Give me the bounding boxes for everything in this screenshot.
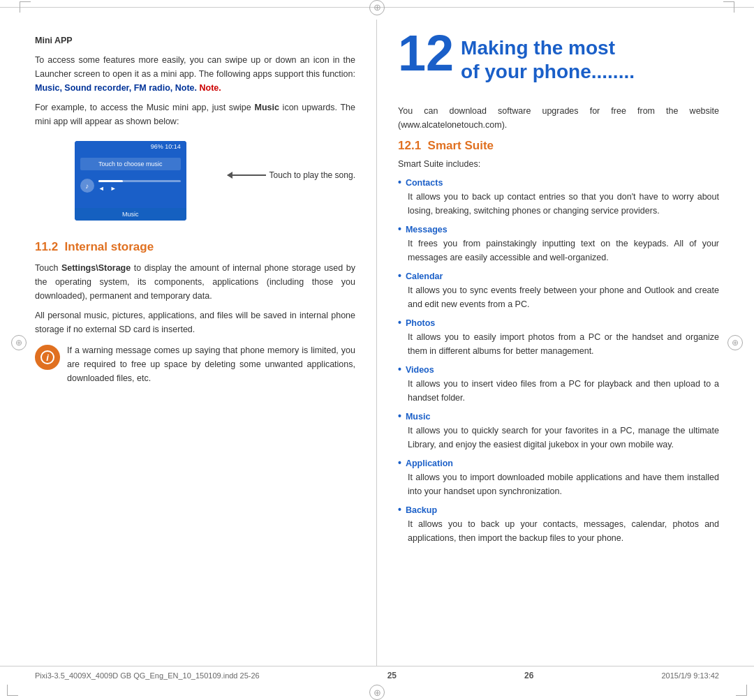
bullet-item-7: •Backup It allows you to back up your co…: [398, 504, 719, 545]
compass-top: ⊕: [369, 0, 385, 15]
bullet-item-6: •Application It allows you to import dow…: [398, 457, 719, 498]
warning-icon: i: [35, 345, 60, 370]
footer-left: Pixi3-3.5_4009X_4009D GB QG_Eng_EN_10_15…: [35, 671, 260, 680]
bullet-desc-4: It allows you to insert video files from…: [398, 377, 719, 405]
compass-bottom-symbol: ⊕: [374, 687, 381, 698]
chapter-heading-area: 12 Making the most of your phone........: [398, 33, 719, 94]
progress-bar-track: [98, 180, 181, 182]
bullet-item-5: •Music It allows you to quickly search f…: [398, 410, 719, 452]
bullet-dot-3: •: [398, 317, 401, 328]
section-11-2-para1: Touch Settings\Storage to display the am…: [35, 261, 355, 303]
bullet-item-4: •Videos It allows you to insert video fi…: [398, 364, 719, 405]
bullet-label-3: Photos: [406, 318, 435, 328]
right-page: ⊕ 12 Making the most of your phone......…: [377, 20, 733, 666]
bullet-title-3: •Photos: [398, 317, 719, 328]
annotation-container: Touch to play the song.: [228, 170, 355, 180]
mini-app-section: Mini APP To access some features more ea…: [35, 33, 355, 128]
phone-status-bar: 96% 10:14: [75, 141, 186, 152]
bullet-desc-5: It allows you to quickly search for your…: [398, 424, 719, 452]
footer-page-left: 25: [387, 671, 397, 680]
bullet-dot-7: •: [398, 504, 401, 515]
phone-status-text: 96% 10:14: [151, 143, 181, 150]
compass-bottom: ⊕: [369, 685, 385, 700]
phone-screenshot: 96% 10:14 Touch to choose music ♪: [75, 141, 186, 221]
compass-right-symbol: ⊕: [732, 338, 739, 348]
bullet-item-1: •Messages It frees you from painstakingl…: [398, 223, 719, 265]
bullet-desc-1: It frees you from painstakingly inputtin…: [398, 237, 719, 265]
mini-app-para2: For example, to access the Music mini ap…: [35, 100, 355, 128]
compass-left-mid: ⊕: [11, 335, 27, 350]
left-page: ⊕ Mini APP To access some features more …: [21, 20, 377, 666]
mini-app-title: Mini APP: [35, 33, 355, 47]
section-12-1-heading: 12.1 Smart Suite: [398, 139, 719, 153]
bullet-desc-6: It allows you to import downloaded mobil…: [398, 470, 719, 498]
mini-app-para1: To access some features more easily, you…: [35, 53, 355, 95]
bullet-label-6: Application: [406, 459, 453, 468]
smart-suite-intro: Smart Suite includes:: [398, 157, 719, 171]
phone-touch-label: Touch to choose music: [80, 158, 181, 170]
bullet-item-0: •Contacts It allows you to back up conta…: [398, 177, 719, 218]
bullet-title-0: •Contacts: [398, 177, 719, 188]
progress-bar-area: ◄ ►: [98, 180, 181, 192]
bullet-dot-0: •: [398, 177, 401, 188]
bullet-dot-6: •: [398, 457, 401, 468]
play-button: ►: [110, 185, 117, 192]
annotation-text: Touch to play the song.: [269, 170, 355, 180]
prev-button: ◄: [98, 185, 105, 192]
progress-bar-fill: [98, 180, 123, 182]
bullet-title-5: •Music: [398, 410, 719, 422]
corner-mark-bottom-left: [7, 685, 18, 696]
section-11-2-heading: 11.2 Internal storage: [35, 240, 355, 254]
bottom-marks: ⊕: [0, 685, 754, 700]
chapter-number: 12: [398, 28, 454, 78]
bullet-title-4: •Videos: [398, 364, 719, 375]
corner-mark-top-right: [723, 1, 734, 13]
section-11-2-para2: All personal music, pictures, applicatio…: [35, 308, 355, 336]
warning-icon-symbol: i: [46, 352, 49, 363]
bullet-label-7: Backup: [406, 505, 437, 515]
top-border-area: ⊕: [0, 0, 754, 20]
warning-box: i If a warning message comes up saying t…: [35, 343, 355, 391]
section-11-2: 11.2 Internal storage Touch Settings\Sto…: [35, 240, 355, 391]
arrow-head: [227, 172, 232, 179]
bullet-title-1: •Messages: [398, 223, 719, 234]
bullet-dot-2: •: [398, 270, 401, 281]
bullet-item-3: •Photos It allows you to easily import p…: [398, 317, 719, 358]
control-buttons: ◄ ►: [98, 185, 181, 192]
bullet-label-5: Music: [406, 412, 430, 422]
phone-mockup-area: 96% 10:14 Touch to choose music ♪: [35, 133, 355, 229]
bullet-desc-3: It allows you to easily import photos fr…: [398, 330, 719, 358]
compass-right-mid: ⊕: [727, 335, 743, 350]
bullet-label-1: Messages: [406, 225, 448, 234]
bullet-dot-5: •: [398, 410, 401, 422]
compass-left-symbol: ⊕: [15, 338, 22, 348]
bullet-title-2: •Calendar: [398, 270, 719, 281]
bullet-dot-1: •: [398, 223, 401, 234]
phone-music-bottom: Music: [75, 208, 186, 221]
bullet-item-2: •Calendar It allows you to sync events f…: [398, 270, 719, 311]
music-note-icon: ♪: [80, 179, 94, 193]
warning-icon-inner: i: [40, 350, 54, 364]
footer-right: 2015/1/9 9:13:42: [661, 671, 719, 680]
corner-mark-top-left: [20, 1, 31, 13]
bullets-container: •Contacts It allows you to back up conta…: [398, 177, 719, 545]
bullet-label-0: Contacts: [406, 178, 443, 188]
page-container: ⊕ ⊕ Mini APP To access some features mor…: [0, 0, 754, 700]
annotation-arrow: [228, 174, 266, 176]
right-intro: You can download software upgrades for f…: [398, 104, 719, 132]
footer-page-right: 26: [524, 671, 533, 680]
phone-music-label: Music: [80, 211, 181, 218]
phone-music-area: Touch to choose music ♪ ◄ ►: [75, 152, 186, 208]
bullet-title-6: •Application: [398, 457, 719, 468]
compass-top-symbol: ⊕: [374, 3, 381, 12]
bullet-desc-7: It allows you to back up your contacts, …: [398, 517, 719, 545]
corner-mark-bottom-right: [736, 685, 747, 696]
bullet-desc-0: It allows you to back up contact entries…: [398, 190, 719, 218]
bullet-label-2: Calendar: [406, 271, 443, 281]
warning-text: If a warning message comes up saying tha…: [67, 343, 355, 385]
bullet-title-7: •Backup: [398, 504, 719, 515]
bullet-desc-2: It allows you to sync events freely betw…: [398, 283, 719, 311]
footer: Pixi3-3.5_4009X_4009D GB QG_Eng_EN_10_15…: [0, 666, 754, 685]
bullet-dot-4: •: [398, 364, 401, 375]
phone-music-controls: ♪ ◄ ►: [80, 176, 181, 195]
